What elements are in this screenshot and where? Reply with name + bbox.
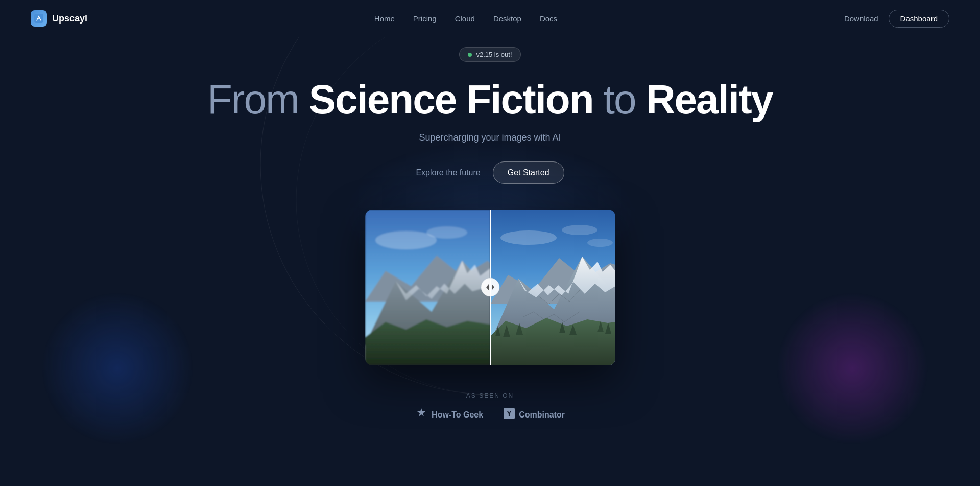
comparison-image [365, 210, 615, 365]
nav-desktop[interactable]: Desktop [493, 14, 521, 23]
cta-group: Explore the future Get Started [416, 161, 564, 184]
as-seen-label: AS SEEN ON [466, 392, 514, 399]
get-started-button[interactable]: Get Started [493, 161, 564, 184]
version-text: v2.15 is out! [476, 51, 512, 58]
nav-cloud[interactable]: Cloud [455, 14, 475, 23]
logo-icon [31, 10, 47, 27]
hero-title: From Science Fiction to Reality [207, 77, 773, 122]
ycombinator-icon: Y [504, 408, 515, 422]
nav-right: Download Dashboard [844, 10, 949, 28]
title-reality: Reality [646, 77, 773, 122]
svg-point-5 [426, 226, 467, 239]
download-link[interactable]: Download [844, 14, 878, 23]
nav-home[interactable]: Home [374, 14, 395, 23]
version-badge[interactable]: v2.15 is out! [459, 47, 520, 62]
logo-link[interactable]: Upscayl [31, 10, 87, 27]
title-sf: Science Fiction [309, 77, 593, 122]
nav-docs[interactable]: Docs [540, 14, 557, 23]
explore-button[interactable]: Explore the future [416, 168, 480, 177]
dashboard-button[interactable]: Dashboard [889, 10, 949, 28]
svg-point-7 [500, 230, 557, 245]
title-to: to [593, 77, 646, 122]
title-from: From [207, 77, 309, 122]
navbar: Upscayl Home Pricing Cloud Desktop Docs … [0, 0, 980, 37]
hero-subtitle: Supercharging your images with AI [419, 132, 561, 143]
howtogeek-name: How-To Geek [432, 410, 483, 420]
comparison-inner [365, 210, 615, 365]
svg-rect-0 [34, 14, 43, 23]
brand-ycombinator: Y Combinator [504, 408, 565, 422]
nav-links: Home Pricing Cloud Desktop Docs [374, 14, 557, 23]
image-comparison[interactable] [365, 210, 615, 365]
nav-pricing[interactable]: Pricing [413, 14, 437, 23]
howtogeek-icon [415, 407, 427, 422]
svg-point-11 [481, 278, 499, 296]
svg-text:Y: Y [507, 409, 512, 418]
hero-section: v2.15 is out! From Science Fiction to Re… [0, 37, 980, 422]
as-seen-on-section: AS SEEN ON How-To Geek Y Co [415, 392, 565, 422]
brand-logos: How-To Geek Y Combinator [415, 407, 565, 422]
svg-point-9 [587, 239, 613, 247]
svg-point-8 [562, 225, 597, 235]
ycombinator-name: Combinator [519, 410, 565, 420]
brand-name: Upscayl [52, 13, 87, 24]
version-dot [468, 53, 472, 57]
brand-howtogeek: How-To Geek [415, 407, 483, 422]
